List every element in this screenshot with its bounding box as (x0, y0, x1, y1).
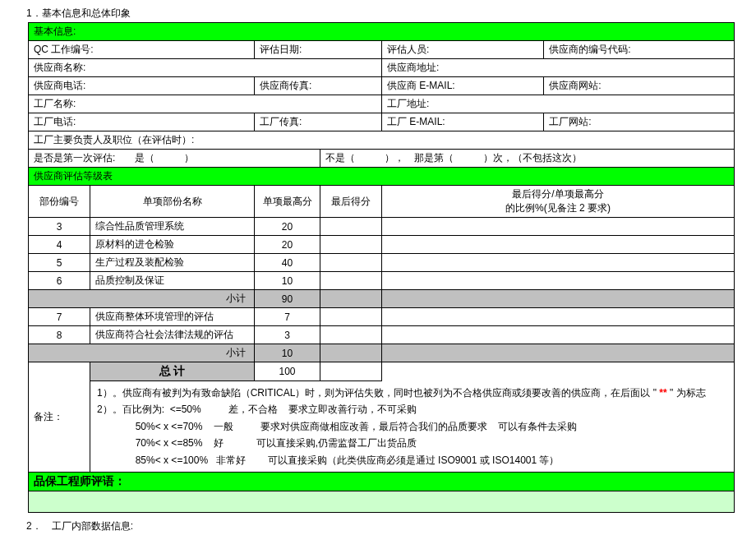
supplier-code-label: 供应商的编号代码: (544, 41, 735, 59)
total-label: 总 计 (90, 362, 255, 381)
cell-max: 7 (255, 308, 320, 326)
subtotal-value: 10 (255, 344, 320, 362)
supplier-phone-label: 供应商电话: (29, 77, 255, 95)
cell-final (320, 236, 382, 254)
table-row: 供应商名称: 供应商地址: (29, 59, 735, 77)
factory-person-label: 工厂主要负责人及职位（在评估时）: (29, 131, 735, 150)
supplier-name-label: 供应商名称: (29, 59, 382, 77)
factory-website-label: 工厂网站: (544, 113, 735, 131)
cell-partno: 4 (29, 236, 90, 254)
cell-final (320, 362, 382, 381)
factory-phone-label: 工厂电话: (29, 113, 255, 131)
cell-final (320, 344, 382, 362)
cell-ratio (382, 326, 735, 344)
cell-partno: 7 (29, 308, 90, 326)
cell-max: 3 (255, 326, 320, 344)
cell-ratio (382, 272, 735, 290)
table-row: 8 供应商符合社会法律法规的评估 3 (29, 326, 735, 344)
comment-header: 品保工程师评语： (29, 472, 735, 491)
supplier-website-label: 供应商网站: (544, 77, 735, 95)
table-row: 4 原材料的进仓检验 20 (29, 236, 735, 254)
table-row: 工厂主要负责人及职位（在评估时）: (29, 131, 735, 150)
comment-body (29, 491, 735, 512)
table-row: 6 品质控制及保证 10 (29, 272, 735, 290)
supplier-address-label: 供应商地址: (382, 59, 735, 77)
cell-ratio (382, 254, 735, 272)
table-row: 工厂名称: 工厂地址: (29, 95, 735, 113)
cell-final (320, 290, 382, 308)
table-row: 供应商电话: 供应商传真: 供应商 E-MAIL: 供应商网站: (29, 77, 735, 95)
col-part-name: 单项部份名称 (90, 186, 255, 218)
col-ratio: 最后得分/单项最高分的比例%(见备注 2 要求) (382, 186, 735, 218)
cell-final (320, 326, 382, 344)
section1-title: 1．基本信息和总体印象 (26, 7, 753, 21)
cell-final (320, 254, 382, 272)
evaluator-label: 评估人员: (382, 41, 544, 59)
cell-partno: 5 (29, 254, 90, 272)
cell-partname: 原材料的进仓检验 (90, 236, 255, 254)
total-row: 备注： 总 计 100 (29, 362, 735, 381)
grade-header: 供应商评估等级表 (29, 168, 735, 186)
factory-address-label: 工厂地址: (382, 95, 735, 113)
table-row: QC 工作编号: 评估日期: 评估人员: 供应商的编号代码: (29, 41, 735, 59)
supplier-fax-label: 供应商传真: (255, 77, 382, 95)
cell-ratio (382, 308, 735, 326)
subtotal-label: 小计 (29, 290, 255, 308)
subtotal-row: 小计 10 (29, 344, 735, 362)
notes-row: 1）。供应商有被判为有致命缺陷（CRITICAL）时，则为评估失败，同时也被列为… (29, 381, 735, 473)
factory-email-label: 工厂 E-MAIL: (382, 113, 544, 131)
supplier-email-label: 供应商 E-MAIL: (382, 77, 544, 95)
cell-max: 40 (255, 254, 320, 272)
cell-partno: 3 (29, 218, 90, 236)
notes-body: 1）。供应商有被判为有致命缺陷（CRITICAL）时，则为评估失败，同时也被列为… (90, 381, 735, 473)
cell-final (320, 218, 382, 236)
table-row: 3 综合性品质管理系统 20 (29, 218, 735, 236)
cell-final (320, 308, 382, 326)
table-row: 工厂电话: 工厂传真: 工厂 E-MAIL: 工厂网站: (29, 113, 735, 131)
col-max-score: 单项最高分 (255, 186, 320, 218)
col-final-score: 最后得分 (320, 186, 382, 218)
cell-ratio (382, 362, 735, 381)
factory-name-label: 工厂名称: (29, 95, 382, 113)
cell-partno: 6 (29, 272, 90, 290)
total-value: 100 (255, 362, 320, 381)
cell-partname: 生产过程及装配检验 (90, 254, 255, 272)
cell-ratio (382, 290, 735, 308)
table-header-row: 部份编号 单项部份名称 单项最高分 最后得分 最后得分/单项最高分的比例%(见备… (29, 186, 735, 218)
table-row: 是否是第一次评估: 是（ ） 不是（ ）， 那是第（ ）次，（不包括这次） (29, 150, 735, 168)
subtotal-value: 90 (255, 290, 320, 308)
subtotal-label: 小计 (29, 344, 255, 362)
section2-title: 2． 工厂内部数据信息: (26, 519, 753, 533)
basic-info-table: 基本信息: QC 工作编号: 评估日期: 评估人员: 供应商的编号代码: 供应商… (28, 22, 735, 513)
cell-partname: 供应商符合社会法律法规的评估 (90, 326, 255, 344)
cell-ratio (382, 344, 735, 362)
first-eval-no-label: 不是（ ）， 那是第（ ）次，（不包括这次） (320, 150, 735, 168)
table-row: 5 生产过程及装配检验 40 (29, 254, 735, 272)
cell-partname: 品质控制及保证 (90, 272, 255, 290)
factory-fax-label: 工厂传真: (255, 113, 382, 131)
cell-max: 20 (255, 236, 320, 254)
cell-partno: 8 (29, 326, 90, 344)
first-eval-yes-label: 是否是第一次评估: 是（ ） (29, 150, 320, 168)
col-part-no: 部份编号 (29, 186, 90, 218)
basic-info-header: 基本信息: (29, 23, 735, 41)
table-row: 7 供应商整体环境管理的评估 7 (29, 308, 735, 326)
cell-max: 20 (255, 218, 320, 236)
cell-ratio (382, 218, 735, 236)
cell-ratio (382, 236, 735, 254)
cell-partname: 综合性品质管理系统 (90, 218, 255, 236)
notes-title: 备注： (29, 362, 90, 473)
cell-final (320, 272, 382, 290)
cell-partname: 供应商整体环境管理的评估 (90, 308, 255, 326)
qc-id-label: QC 工作编号: (29, 41, 255, 59)
subtotal-row: 小计 90 (29, 290, 735, 308)
eval-date-label: 评估日期: (255, 41, 382, 59)
cell-max: 10 (255, 272, 320, 290)
